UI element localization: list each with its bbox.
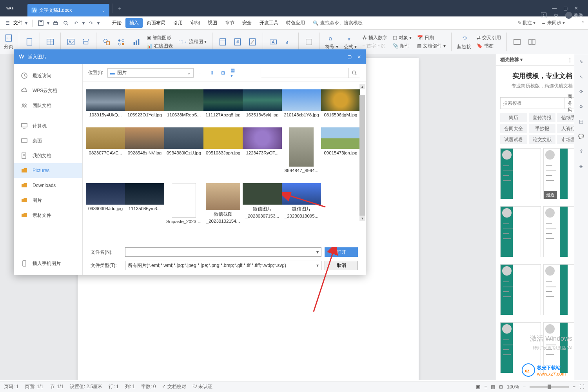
file-item[interactable]: 0934380lCzU.jpg [164, 127, 203, 173]
online-chart-button[interactable]: 📊在线图表 [147, 43, 173, 49]
view-web-icon[interactable]: ▤ [491, 384, 495, 390]
file-item[interactable]: 0823077CAVE... [86, 127, 125, 173]
sidebar-cloud[interactable]: WPS云文档 [14, 83, 82, 98]
hamburger-icon[interactable]: ☰ [3, 19, 12, 27]
category-简历[interactable]: 简历 [500, 113, 527, 122]
view-mode-icon[interactable]: ▦ ▾ [230, 69, 238, 76]
file-item[interactable]: 0951033Jpph.jpg [203, 127, 243, 173]
up-icon[interactable]: ⬆ [209, 69, 216, 76]
save-dropdown[interactable]: ▾ [47, 19, 50, 27]
search-button[interactable] [348, 68, 360, 78]
sidebar-downloads[interactable]: Downloads [14, 178, 82, 193]
dialog-maximize-icon[interactable]: ▢ [347, 54, 352, 60]
file-item[interactable]: 微信图片_20230307153... [243, 183, 282, 224]
file-grid[interactable]: 103915y4UkQ...105923O1Yqi.jpg110633MReoS… [83, 82, 366, 243]
attachment-button[interactable]: 📎附件 [393, 43, 412, 49]
minimize-icon[interactable]: — [551, 5, 557, 11]
hyperlink-button[interactable]: 超链接 [457, 33, 471, 50]
view-mode-2[interactable] [527, 37, 537, 47]
cancel-button[interactable]: 取消 [325, 261, 358, 270]
verification[interactable]: 🛡 未认证 [192, 383, 212, 390]
cursor-icon[interactable]: ↖ [577, 73, 585, 81]
sidebar-pictures[interactable]: Pictures [14, 163, 82, 178]
menu-安全[interactable]: 安全 [238, 18, 256, 28]
redo-dropdown[interactable]: ▾ [97, 19, 100, 27]
sidebar-images[interactable]: 图片 [14, 193, 82, 208]
file-item[interactable]: 163513v5ykj.jpg [243, 89, 282, 117]
back-icon[interactable]: ← [198, 69, 205, 76]
new-folder-icon[interactable]: ⊞ [220, 69, 227, 76]
menu-开始[interactable]: 开始 [108, 18, 125, 28]
maximize-icon[interactable]: ▢ [562, 5, 568, 11]
filename-input[interactable]: ▾ [125, 247, 321, 257]
fullscreen-icon[interactable]: ⛶ [579, 384, 584, 390]
view-outline-icon[interactable]: ≡ [484, 384, 487, 390]
menu-特色应用[interactable]: 特色应用 [282, 18, 309, 28]
bookmark-button[interactable]: 🔖书签 [477, 43, 501, 49]
file-item[interactable]: 110633MReoS... [164, 89, 203, 117]
file-search[interactable] [261, 68, 360, 78]
settings-icon[interactable]: ⚙ [553, 12, 559, 18]
share-icon[interactable]: ⇪ [577, 147, 585, 155]
zoom-in-icon[interactable]: + [573, 384, 575, 390]
menu-审阅[interactable]: 审阅 [187, 18, 204, 28]
file-item[interactable]: 09390304Jdu.jpg [86, 183, 125, 224]
chart-button[interactable] [132, 37, 141, 47]
print-icon[interactable] [51, 19, 60, 27]
preview-icon[interactable] [62, 19, 70, 27]
crossref-button[interactable]: ⇄交叉引用 [477, 34, 501, 41]
file-item[interactable]: 210143cb1Y8.jpg [282, 89, 321, 117]
symbol-button[interactable]: Ω 符号 ▾ [325, 33, 338, 50]
zoom-slider[interactable] [530, 386, 569, 388]
zoom-out-icon[interactable]: − [523, 384, 526, 390]
scrollbar[interactable]: ▴ ▾ [359, 84, 365, 221]
page-count[interactable]: 页面: 1/1 [25, 383, 43, 390]
view-read-icon[interactable]: ⊞ [499, 384, 503, 390]
redo-icon[interactable]: ↷ [87, 19, 95, 27]
sidebar-recent[interactable]: 最近访问 [14, 68, 82, 83]
template-search-input[interactable] [501, 98, 564, 109]
category-手抄报[interactable]: 手抄报 [529, 124, 556, 133]
menu-章节[interactable]: 章节 [221, 18, 238, 28]
close-icon[interactable]: ✕ [573, 5, 579, 11]
shapes-button[interactable] [102, 37, 111, 47]
annotate-toggle[interactable]: ✎ 批注 ▾ [517, 20, 536, 26]
sidebar-desktop[interactable]: 桌面 [14, 133, 82, 148]
filetype-select[interactable]: 所有图片(*.emf;*.wmf;*.jpg;*.jpeg;*.jpe;*.pn… [125, 261, 321, 270]
more-button[interactable] [304, 37, 314, 47]
view-mode-1[interactable] [512, 37, 522, 47]
category-论文文献[interactable]: 论文文献 [529, 135, 556, 144]
new-tab-button[interactable]: ＋ [113, 4, 122, 13]
date-button[interactable]: 📅日期 [417, 34, 445, 41]
sync-status[interactable]: ☁ 未同步 ▾ [541, 20, 565, 26]
file-item[interactable]: 103915y4UkQ... [86, 89, 125, 117]
file-item[interactable]: 8994847_8994... [282, 127, 321, 173]
pagenumber-button[interactable]: # [233, 37, 242, 47]
dropcap-button[interactable]: ≡首字下沉 [362, 43, 387, 49]
icons-button[interactable] [117, 37, 126, 47]
grid-icon[interactable]: 1 [541, 13, 546, 18]
view-print-icon[interactable]: ▣ [476, 384, 480, 390]
menu-插入[interactable]: 插入 [125, 18, 143, 28]
header-button[interactable] [218, 37, 227, 47]
zoom-level[interactable]: 100% [507, 384, 519, 390]
dropdown-icon[interactable]: ▾ [24, 19, 28, 27]
category-宣传海报[interactable]: 宣传海报 [529, 113, 556, 122]
panel-title[interactable]: 稻壳推荐 ▾ [500, 56, 523, 63]
menu-页面布局[interactable]: 页面布局 [143, 18, 169, 28]
file-item[interactable]: Snipaste_2023-... [164, 183, 203, 224]
textbox-button[interactable]: A [269, 37, 278, 47]
open-button[interactable]: 打开 [325, 247, 358, 257]
template-search[interactable]: 商务风 教育教学 [500, 97, 584, 109]
command-search[interactable]: 🔍 查找命令、搜索模板 [313, 20, 363, 26]
wordart-button[interactable]: A [283, 37, 293, 47]
scroll-up-icon[interactable]: ▴ [359, 84, 365, 89]
category-试题试卷[interactable]: 试题试卷 [500, 135, 527, 144]
docpart-button[interactable]: ▤文档部件 ▾ [417, 43, 445, 49]
help-icon[interactable]: ◈ [577, 162, 585, 170]
scroll-down-icon[interactable]: ▾ [359, 216, 365, 221]
word-count[interactable]: 字数: 0 [141, 383, 156, 390]
settings-icon[interactable]: ⚙ [577, 103, 585, 111]
sidebar-materials[interactable]: 素材文件 [14, 208, 82, 223]
template-item[interactable]: ━━━━━━━━━━━━━━━ [500, 264, 541, 315]
